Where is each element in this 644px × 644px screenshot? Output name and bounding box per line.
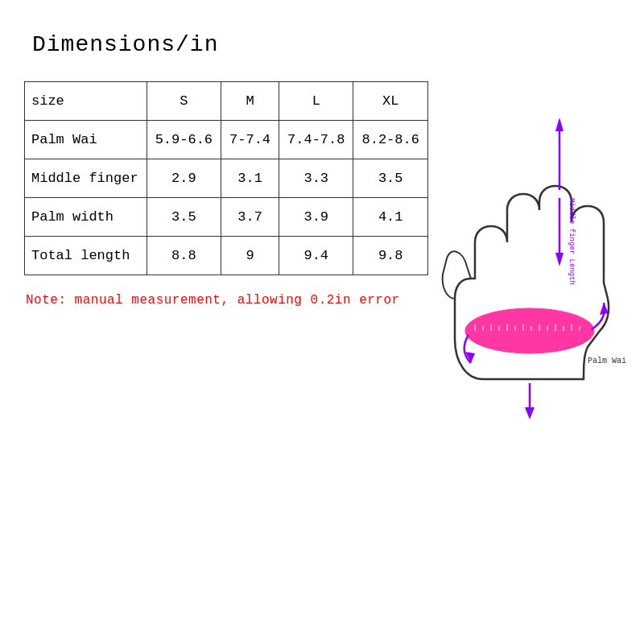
table-section: size S M L XL Palm Wai 5.9-6.6 7-7.4 7.4… xyxy=(24,81,419,308)
row-middlefinger-s: 2.9 xyxy=(147,159,221,198)
dimensions-table: size S M L XL Palm Wai 5.9-6.6 7-7.4 7.4… xyxy=(24,81,428,275)
row-middlefinger-l: 3.3 xyxy=(279,159,353,198)
hand-svg: Middle finger Length xyxy=(435,81,644,419)
svg-marker-1 xyxy=(555,118,564,131)
row-palmwidth-s: 3.5 xyxy=(147,198,221,237)
svg-marker-3 xyxy=(555,253,564,266)
row-palmwidth-l: 3.9 xyxy=(279,198,353,237)
note-text: Note: manual measurement, allowing 0.2in… xyxy=(26,293,419,308)
row-palmwidth-xl: 4.1 xyxy=(353,198,427,237)
page-title: Dimensions/in xyxy=(32,32,620,57)
row-totallength-l: 9.4 xyxy=(279,237,353,275)
svg-text:Palm Wai: Palm Wai xyxy=(588,357,626,365)
svg-point-5 xyxy=(465,308,594,353)
row-totallength-label: Total length xyxy=(25,237,147,275)
row-totallength-s: 8.8 xyxy=(147,237,221,275)
row-totallength-m: 9 xyxy=(221,237,279,275)
table-header-row: size S M L XL xyxy=(25,82,428,121)
svg-marker-24 xyxy=(525,407,535,419)
header-m: M xyxy=(221,82,279,121)
table-row: Palm width 3.5 3.7 3.9 4.1 xyxy=(25,198,428,237)
row-palmwai-l: 7.4-7.8 xyxy=(279,121,353,159)
row-palmwai-label: Palm Wai xyxy=(25,121,147,159)
header-s: S xyxy=(147,82,221,121)
row-middlefinger-xl: 3.5 xyxy=(353,159,427,198)
svg-text:Middle finger Length: Middle finger Length xyxy=(568,198,576,285)
row-palmwai-m: 7-7.4 xyxy=(221,121,279,159)
svg-marker-21 xyxy=(600,303,609,315)
row-totallength-xl: 9.8 xyxy=(353,237,427,275)
header-l: L xyxy=(279,82,353,121)
main-content: size S M L XL Palm Wai 5.9-6.6 7-7.4 7.4… xyxy=(24,81,620,419)
header-size: size xyxy=(25,82,147,121)
row-palmwidth-m: 3.7 xyxy=(221,198,279,237)
row-palmwai-xl: 8.2-8.6 xyxy=(353,121,427,159)
row-palmwidth-label: Palm width xyxy=(25,198,147,237)
page-container: Dimensions/in size S M L XL Palm Wai 5.9… xyxy=(0,0,644,644)
header-xl: XL xyxy=(353,82,427,121)
table-row: Total length 8.8 9 9.4 9.8 xyxy=(25,237,428,275)
hand-diagram: Middle finger Length xyxy=(435,81,644,419)
row-middlefinger-label: Middle finger xyxy=(25,159,147,198)
table-row: Middle finger 2.9 3.1 3.3 3.5 xyxy=(25,159,428,198)
table-row: Palm Wai 5.9-6.6 7-7.4 7.4-7.8 8.2-8.6 xyxy=(25,121,428,159)
row-middlefinger-m: 3.1 xyxy=(221,159,279,198)
row-palmwai-s: 5.9-6.6 xyxy=(147,121,221,159)
